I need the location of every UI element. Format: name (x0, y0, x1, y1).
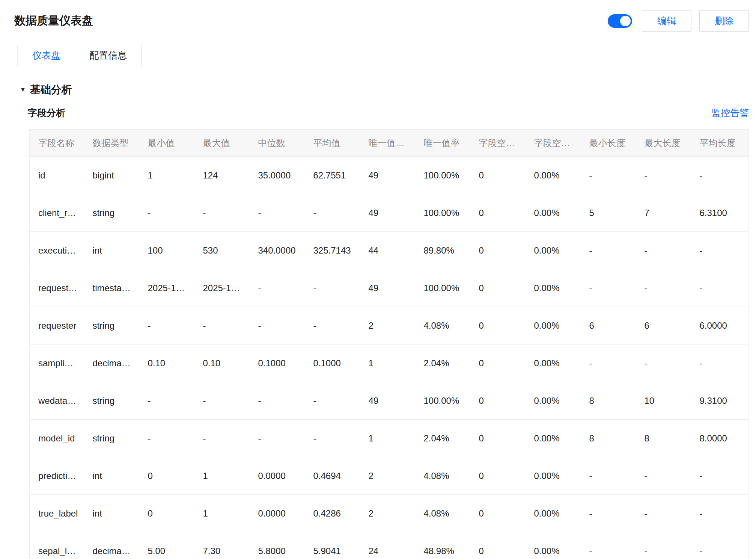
table-cell: 100.00% (415, 382, 470, 420)
table-cell: 7.30 (194, 532, 250, 559)
table-cell: 0 (470, 157, 526, 194)
table-cell: - (691, 344, 749, 382)
table-cell: - (250, 420, 305, 457)
table-cell: - (581, 269, 636, 307)
table-cell: 2 (360, 495, 415, 532)
table-cell: 2 (360, 307, 415, 344)
section-basic-analysis-header[interactable]: ▼ 基础分析 (20, 83, 749, 97)
table-cell: 8 (636, 420, 691, 457)
table-cell: 0.00% (526, 194, 581, 232)
table-cell: 0.00% (526, 269, 581, 307)
table-cell: 0 (470, 194, 526, 232)
table-cell: 100 (139, 232, 194, 269)
column-header: 平均值 (305, 130, 360, 157)
table-row: predicti…int010.00000.469424.08%00.00%--… (30, 457, 749, 495)
table-cell: predicti… (30, 457, 84, 495)
table-cell: timesta… (84, 269, 139, 307)
table-cell: 0.00% (526, 232, 581, 269)
table-cell: - (636, 495, 691, 532)
table-row: executi…int100530340.0000325.71434489.80… (30, 232, 749, 269)
table-cell: 0 (470, 232, 526, 269)
tab-config-info[interactable]: 配置信息 (75, 45, 142, 66)
table-row: wedata…string----49100.00%00.00%8109.310… (30, 382, 749, 420)
table-cell: 0.00% (526, 457, 581, 495)
table-cell: 0 (470, 269, 526, 307)
table-cell: - (194, 194, 250, 232)
table-cell: 89.80% (415, 232, 470, 269)
table-cell: id (30, 157, 84, 194)
table-cell: 0.0000 (250, 495, 305, 532)
table-cell: 9.3100 (691, 382, 749, 420)
tab-dashboard[interactable]: 仪表盘 (18, 45, 75, 66)
table-cell: 100.00% (415, 157, 470, 194)
table-cell: - (194, 307, 250, 344)
table-cell: - (581, 232, 636, 269)
delete-button[interactable]: 删除 (699, 10, 749, 32)
table-row: model_idstring----12.04%00.00%888.0000 (30, 420, 749, 457)
table-cell: 10 (636, 382, 691, 420)
table-cell: - (636, 232, 691, 269)
table-cell: 4.08% (415, 307, 470, 344)
table-cell: - (636, 532, 691, 559)
table-cell: 6.0000 (691, 307, 749, 344)
table-cell: 0 (470, 457, 526, 495)
page: 数据质量仪表盘 编辑 删除 仪表盘 配置信息 ▼ 基础分析 字段分析 监控告警 (0, 0, 756, 559)
column-header: 最大值 (194, 130, 250, 157)
table-cell: client_r… (30, 194, 84, 232)
table-cell: - (636, 457, 691, 495)
table-cell: wedata… (30, 382, 84, 420)
table-cell: 6 (636, 307, 691, 344)
edit-button[interactable]: 编辑 (642, 10, 691, 32)
table-cell: requester (30, 307, 84, 344)
table-cell: - (250, 194, 305, 232)
monitor-alert-link[interactable]: 监控告警 (711, 107, 749, 119)
table-cell: 2.04% (415, 344, 470, 382)
field-analysis-header: 字段分析 监控告警 (28, 107, 749, 119)
enable-toggle[interactable] (608, 14, 632, 28)
table-row: true_labelint010.00000.428624.08%00.00%-… (30, 495, 749, 532)
table-cell: - (691, 532, 749, 559)
table-cell: 2025-1… (194, 269, 250, 307)
table-cell: 0.00% (526, 382, 581, 420)
table-cell: 2.04% (415, 420, 470, 457)
table-row: client_r…string----49100.00%00.00%576.31… (30, 194, 749, 232)
table-cell: 0.10 (139, 344, 194, 382)
table-cell: 7 (636, 194, 691, 232)
table-cell: 325.7143 (305, 232, 360, 269)
column-header: 中位数 (250, 130, 305, 157)
field-analysis-table: 字段名称数据类型最小值最大值中位数平均值唯一值…唯一值率字段空…字段空…最小长度… (29, 129, 749, 559)
table-cell: - (250, 382, 305, 420)
section-body: 字段分析 监控告警 字段名称数据类型最小值最大值中位数平均值唯一值…唯一值率字段… (28, 107, 749, 559)
table-cell: 0 (470, 532, 526, 559)
table-cell: 0.1000 (305, 344, 360, 382)
table-cell: - (691, 232, 749, 269)
table-cell: model_id (30, 420, 84, 457)
table-cell: 62.7551 (305, 157, 360, 194)
section-title: 基础分析 (30, 83, 72, 97)
table-row: request…timesta…2025-1…2025-1…--49100.00… (30, 269, 749, 307)
table-cell: 24 (360, 532, 415, 559)
table-cell: string (84, 420, 139, 457)
table-cell: - (139, 420, 194, 457)
toggle-knob-icon (620, 16, 631, 26)
table-cell: - (636, 344, 691, 382)
table-cell: - (139, 307, 194, 344)
table-cell: bigint (84, 157, 139, 194)
table-cell: - (691, 269, 749, 307)
table-cell: 1 (360, 344, 415, 382)
table-cell: - (139, 382, 194, 420)
table-cell: 0.0000 (250, 457, 305, 495)
table-cell: 8 (581, 382, 636, 420)
collapse-triangle-icon[interactable]: ▼ (20, 86, 26, 93)
table-cell: 49 (360, 269, 415, 307)
table-body: idbigint112435.000062.755149100.00%00.00… (30, 157, 749, 559)
table-cell: 0 (139, 457, 194, 495)
table-cell: 0 (139, 495, 194, 532)
column-header: 平均长度 (691, 130, 749, 157)
table-cell: 0 (470, 420, 526, 457)
header-actions: 编辑 删除 (608, 10, 749, 32)
table-header-row: 字段名称数据类型最小值最大值中位数平均值唯一值…唯一值率字段空…字段空…最小长度… (30, 130, 749, 157)
table-cell: 6.3100 (691, 194, 749, 232)
table-cell: - (194, 420, 250, 457)
table-row: sepal_l…decima…5.007.305.80005.90412448.… (30, 532, 749, 559)
